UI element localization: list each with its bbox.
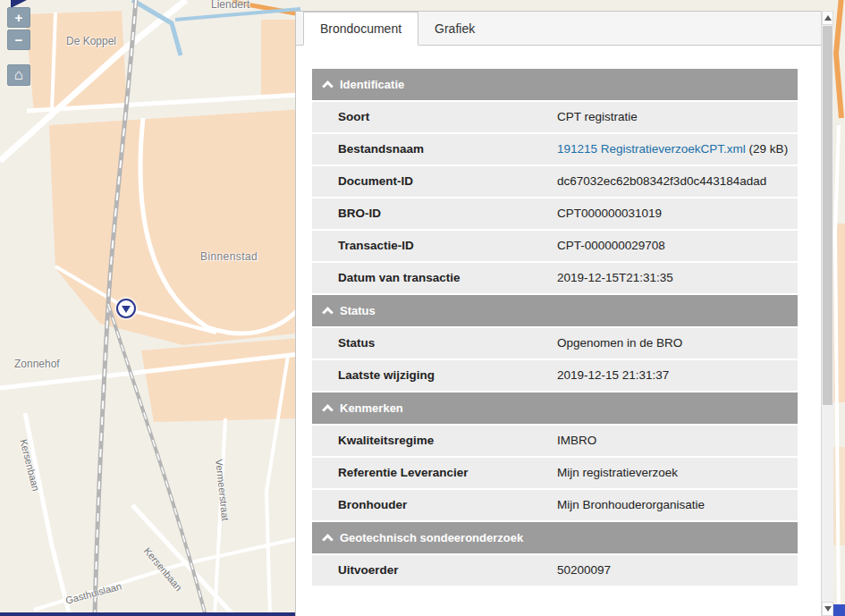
row-label: Transactie-ID xyxy=(312,231,548,261)
section-header-identificatie[interactable]: Identificatie xyxy=(312,69,798,100)
table-row-document-id: Document-ID dc67032ec62b08342f3d0c443184… xyxy=(312,166,798,197)
table-row-transactie-id: Transactie-ID CPT-000000029708 xyxy=(312,231,798,261)
tab-grafiek[interactable]: Grafiek xyxy=(418,12,491,45)
row-label: Uitvoerder xyxy=(312,555,548,586)
app-window: Liendert De Koppel Binnenstad Zonnehof K… xyxy=(0,0,845,616)
table-row-laatste-wijziging: Laatste wijziging 2019-12-15 21:31:37 xyxy=(312,360,798,391)
row-label: Status xyxy=(312,328,548,359)
arrow-up-icon xyxy=(824,15,832,21)
row-label: Bronhouder xyxy=(312,490,548,520)
section-header-status[interactable]: Status xyxy=(312,295,798,326)
table-row-datum-transactie: Datum van transactie 2019-12-15T21:31:35 xyxy=(312,263,798,293)
row-label: Soort xyxy=(312,102,548,132)
row-label: Laatste wijziging xyxy=(312,360,548,391)
tab-bar: Brondocument Grafiek xyxy=(296,12,821,46)
section-identificatie: Identificatie Soort CPT registratie Best… xyxy=(312,69,798,293)
map-label-de-koppel: De Koppel xyxy=(66,35,116,47)
table-row-bro-id: BRO-ID CPT000000031019 xyxy=(312,198,798,229)
row-label: Datum van transactie xyxy=(312,263,548,293)
section-title: Status xyxy=(340,304,376,317)
row-value: IMBRO xyxy=(548,426,798,456)
table-row-status: Status Opgenomen in de BRO xyxy=(312,328,798,359)
table-row-bronhouder: Bronhouder Mijn Bronhouderorganisatie xyxy=(312,490,798,520)
scrollbar-thumb[interactable] xyxy=(823,26,832,405)
map-label-liendert: Liendert xyxy=(211,0,249,11)
file-download-link[interactable]: 191215 RegistratieverzoekCPT.xml xyxy=(557,142,746,156)
home-button[interactable]: ⌂ xyxy=(7,64,30,86)
row-value: Opgenomen in de BRO xyxy=(548,328,798,359)
marker-triangle-icon xyxy=(122,306,131,313)
map-label-binnenstad: Binnenstad xyxy=(200,250,258,263)
table-row-uitvoerder: Uitvoerder 50200097 xyxy=(312,555,798,586)
section-header-geotechnisch[interactable]: Geotechnisch sondeeronderzoek xyxy=(312,522,798,553)
row-value: 2019-12-15T21:31:35 xyxy=(548,263,798,293)
scrollbar-down-button[interactable] xyxy=(822,602,833,616)
scroll-corner xyxy=(833,604,845,616)
table-row-kwaliteitsregime: Kwaliteitsregime IMBRO xyxy=(312,426,798,456)
row-value: Mijn Bronhouderorganisatie xyxy=(548,490,798,520)
section-title: Identificatie xyxy=(340,78,404,91)
home-icon: ⌂ xyxy=(14,67,23,82)
chevron-up-icon xyxy=(322,307,334,318)
row-value: CPT registratie xyxy=(548,102,798,132)
row-value: 2019-12-15 21:31:37 xyxy=(548,360,798,391)
zoom-in-button[interactable]: + xyxy=(7,7,30,28)
table-row-bestandsnaam: Bestandsnaam 191215 RegistratieverzoekCP… xyxy=(312,134,798,165)
row-value: 50200097 xyxy=(548,555,798,586)
tab-brondocument[interactable]: Brondocument xyxy=(303,12,418,46)
footer-bar xyxy=(0,612,296,616)
map-label-zonnehof: Zonnehof xyxy=(14,358,60,370)
arrow-down-icon xyxy=(824,606,832,612)
detail-panel: Brondocument Grafiek Identificatie Soort… xyxy=(295,11,821,616)
row-value: 191215 RegistratieverzoekCPT.xml (29 kB) xyxy=(548,134,798,165)
row-label: Kwaliteitsregime xyxy=(312,426,548,456)
panel-content: Identificatie Soort CPT registratie Best… xyxy=(296,46,821,616)
panel-scrollbar[interactable] xyxy=(821,11,833,616)
scrollbar-up-button[interactable] xyxy=(822,11,833,25)
section-geotechnisch-sondeeronderzoek: Geotechnisch sondeeronderzoek Uitvoerder… xyxy=(312,522,798,586)
row-value: dc67032ec62b08342f3d0c443184adad xyxy=(548,166,798,197)
table-row-referentie-leverancier: Referentie Leverancier Mijn registratiev… xyxy=(312,458,798,488)
row-value: CPT000000031019 xyxy=(548,198,798,229)
row-label: Referentie Leverancier xyxy=(312,458,548,488)
file-size-text: (29 kB) xyxy=(746,142,788,156)
row-label: Bestandsnaam xyxy=(312,134,548,165)
row-value: CPT-000000029708 xyxy=(548,231,798,261)
row-value: Mijn registratieverzoek xyxy=(548,458,798,488)
zoom-control: + − xyxy=(7,7,30,50)
zoom-out-button[interactable]: − xyxy=(7,30,30,50)
section-status: Status Status Opgenomen in de BRO Laatst… xyxy=(312,295,798,391)
chevron-up-icon xyxy=(322,404,334,416)
section-kenmerken: Kenmerken Kwaliteitsregime IMBRO Referen… xyxy=(312,392,798,520)
table-row-soort: Soort CPT registratie xyxy=(312,102,798,132)
row-label: BRO-ID xyxy=(312,198,548,229)
chevron-up-icon xyxy=(322,80,334,92)
section-header-kenmerken[interactable]: Kenmerken xyxy=(312,392,798,424)
row-label: Document-ID xyxy=(312,166,548,197)
map-marker-cpt[interactable] xyxy=(116,299,136,318)
section-title: Geotechnisch sondeeronderzoek xyxy=(340,531,523,544)
chevron-up-icon xyxy=(322,534,334,545)
section-title: Kenmerken xyxy=(340,401,403,415)
